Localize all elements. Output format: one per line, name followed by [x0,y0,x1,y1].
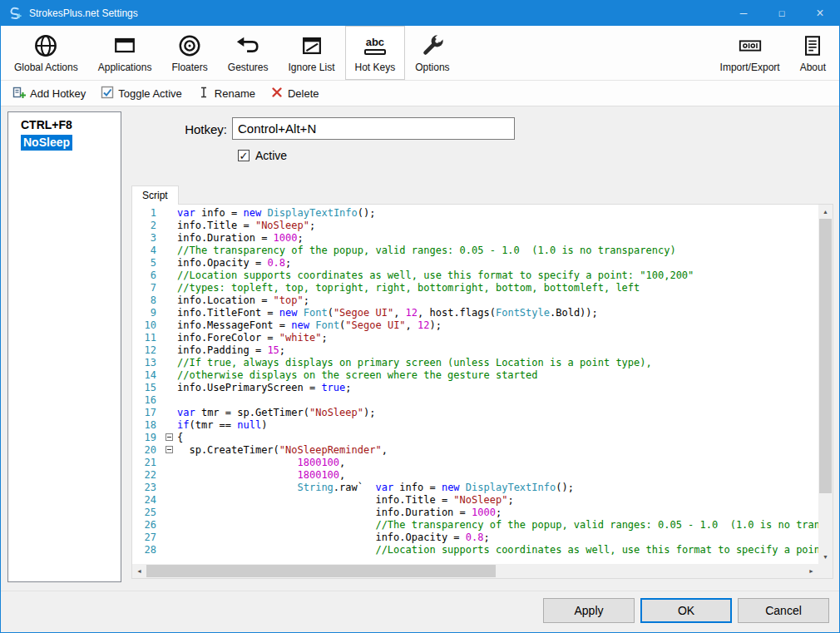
code-text: //types: topleft, top, topright, right, … [177,282,640,294]
fold-margin [164,469,177,482]
abc-keys-icon: abc [364,32,386,59]
toolbar-label: Options [415,62,449,73]
toolbar-label: Hot Keys [355,62,396,73]
code-line: 9info.TitleFont = new Font("Segoe UI", 1… [132,307,818,319]
code-text: var tmr = sp.GetTimer("NoSleep"); [177,407,375,419]
fold-marker[interactable] [166,433,173,441]
active-label: Active [255,149,287,162]
action-label: Toggle Active [118,87,182,100]
code-text: //Location supports coordinates as well,… [177,544,818,556]
minimize-button[interactable]: ─ [724,1,763,26]
toolbar-applications[interactable]: Applications [88,26,162,80]
fold-margin [164,419,177,432]
abc-icon-text: abc [366,37,384,47]
code-line: 14//otherwise displays on the screen whe… [132,369,818,382]
close-button[interactable]: × [801,1,839,26]
code-text: info.Opacity = 0.8; [177,532,490,544]
line-number: 13 [132,357,164,369]
add-icon [12,86,26,101]
action-label: Delete [288,87,319,100]
toolbar-about[interactable]: About [790,26,836,80]
code-line: 2info.Title = "NoSleep"; [132,220,818,232]
toolbar-global-actions[interactable]: Global Actions [4,26,88,80]
editor-horizontal-scrollbar[interactable]: ◄ ► [132,564,818,578]
line-number: 2 [132,220,164,232]
fold-margin [164,394,177,407]
window-controls: ─ □ × [724,1,839,26]
tab-script[interactable]: Script [131,185,179,205]
code-text: String.raw` var info = new DisplayTextIn… [177,482,574,494]
ok-button[interactable]: OK [640,598,732,623]
toggle-active-button[interactable]: Toggle Active [94,82,189,105]
code-text: //Location supports coordinates as well,… [177,270,694,282]
scroll-left-icon[interactable]: ◄ [132,564,146,578]
toolbar-floaters[interactable]: Floaters [161,26,217,80]
vertical-scroll-thumb[interactable] [819,219,832,493]
add-hotkey-button[interactable]: Add Hotkey [6,82,92,105]
code-text: info.Duration = 1000; [177,232,304,245]
fold-margin [164,220,177,232]
code-line: 25 info.Duration = 1000; [132,507,818,519]
tab-script-label: Script [142,190,168,201]
code-line: 18if(tmr == null) [132,419,818,432]
wrench-icon [420,32,445,59]
code-text: info.UsePrimaryScreen = true; [177,382,352,394]
scroll-up-icon[interactable]: ▲ [818,205,833,219]
code-line: 12info.Padding = 15; [132,344,818,357]
settings-window: StrokesPlus.net Settings ─ □ × Global Ac… [0,0,840,633]
line-number: 23 [132,482,164,494]
scroll-right-icon[interactable]: ► [804,564,818,578]
line-number: 26 [132,519,164,532]
scroll-down-icon[interactable]: ▼ [818,550,833,564]
fold-marker[interactable] [166,446,173,453]
toolbar-gestures[interactable]: Gestures [218,26,279,80]
script-editor[interactable]: 1var info = new DisplayTextInfo();2info.… [132,205,833,578]
ok-button-label: OK [678,604,694,617]
fold-margin [164,507,177,519]
line-number: 3 [132,232,164,245]
toggle-check-icon [101,86,114,101]
hotkey-item-nosleep[interactable]: NoSleep [8,134,121,151]
rename-button[interactable]: Rename [190,82,262,105]
toolbar-import-export[interactable]: Import/Export [710,26,790,80]
apply-button[interactable]: Apply [543,598,635,623]
fold-margin [164,257,177,270]
code-text: 1800100, [177,457,345,469]
fold-margin [164,344,177,357]
hotkey-item-ctrl-f8[interactable]: CTRL+F8 [8,116,121,134]
code-text: info.Padding = 15; [177,344,285,357]
maximize-button[interactable]: □ [763,1,801,26]
action-label: Add Hotkey [30,87,86,100]
toolbar-label: About [800,62,826,73]
code-line: 1var info = new DisplayTextInfo(); [132,207,818,220]
toolbar-options[interactable]: Options [405,26,459,80]
maximize-icon: □ [779,8,785,18]
code-line: 17var tmr = sp.GetTimer("NoSleep"); [132,407,818,419]
fold-margin [164,519,177,532]
line-number: 28 [132,544,164,556]
horizontal-scroll-thumb[interactable] [146,565,496,577]
active-row: ✓ Active [238,149,287,162]
code-line: 15info.UsePrimaryScreen = true; [132,382,818,394]
line-number: 19 [132,432,164,444]
hotkey-input[interactable] [232,117,515,140]
toolbar-label: Floaters [171,62,207,73]
fold-margin [164,494,177,507]
code-text: info.Opacity = 0.8; [177,257,291,270]
cancel-button[interactable]: Cancel [738,598,829,623]
editor-vertical-scrollbar[interactable]: ▲ ▼ [818,205,833,564]
script-pane: 1var info = new DisplayTextInfo();2info.… [131,204,833,579]
fold-margin [164,207,177,220]
toolbar-ignore-list[interactable]: Ignore List [278,26,344,80]
active-checkbox[interactable]: ✓ [238,150,250,161]
cancel-button-label: Cancel [765,604,802,617]
toolbar-label: Global Actions [14,62,78,73]
toolbar-hot-keys[interactable]: abc Hot Keys [345,26,406,80]
line-number: 17 [132,407,164,419]
code-text: info.Duration = 1000; [177,507,502,519]
code-line: 10info.MessageFont = new Font("Segoe UI"… [132,319,818,332]
code-text: //If true, always displays on primary sc… [177,357,652,369]
delete-button[interactable]: Delete [264,82,326,105]
code-line: 3info.Duration = 1000; [132,232,818,245]
fold-margin [164,382,177,394]
